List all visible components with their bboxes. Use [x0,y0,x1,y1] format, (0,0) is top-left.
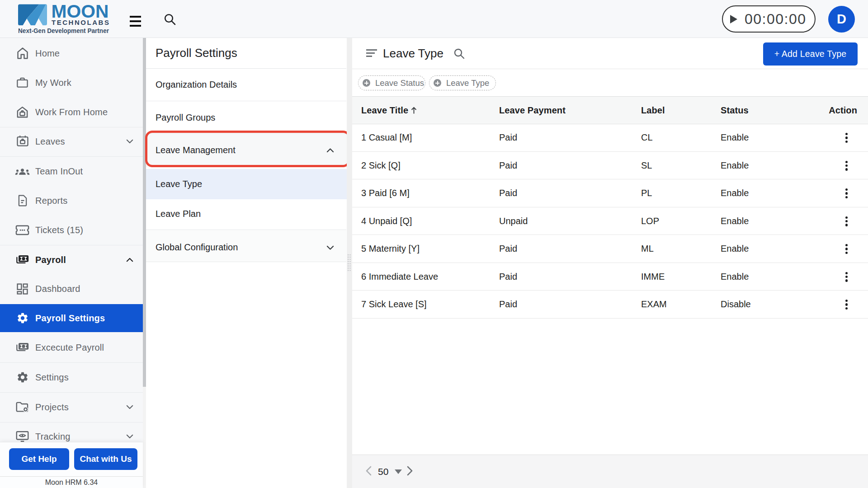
svg-text:TECHNOLABS: TECHNOLABS [52,19,109,26]
svg-text:Next-Gen Development Partner: Next-Gen Development Partner [18,27,109,34]
